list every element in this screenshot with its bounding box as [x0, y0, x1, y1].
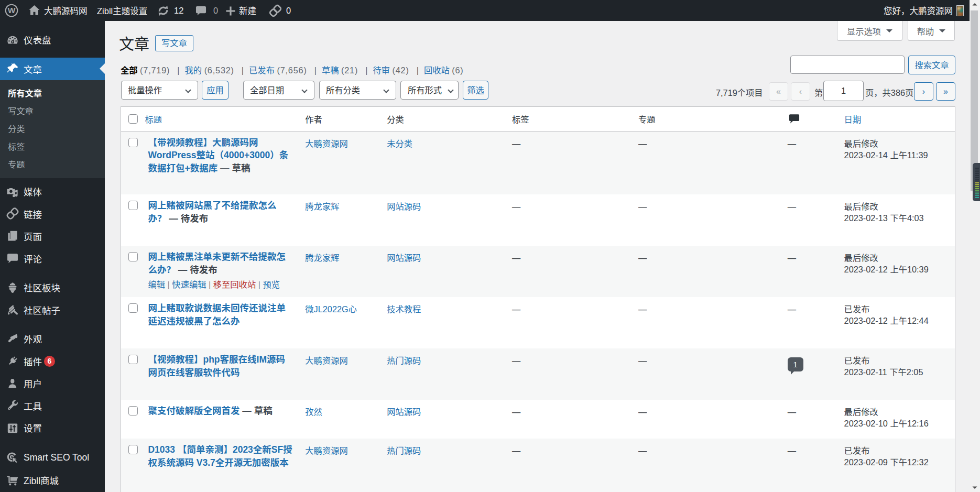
svg-text:W: W: [8, 6, 16, 15]
